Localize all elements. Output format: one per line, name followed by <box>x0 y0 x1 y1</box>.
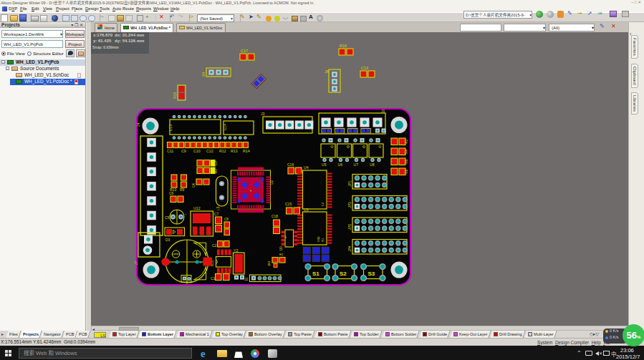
svg-text:JP3: JP3 <box>348 202 352 208</box>
svg-text:U9: U9 <box>279 246 283 250</box>
svg-text:C8: C8 <box>224 218 229 221</box>
svg-text:C5: C5 <box>165 215 170 220</box>
svg-text:Y2: Y2 <box>234 248 238 253</box>
svg-text:R16: R16 <box>340 44 347 48</box>
svg-text:R2: R2 <box>405 140 408 144</box>
svg-text:U3D: U3D <box>317 236 320 242</box>
svg-text:J6: J6 <box>325 69 329 74</box>
svg-text:R9: R9 <box>180 188 185 192</box>
svg-text:X4: X4 <box>201 72 206 77</box>
svg-text:y: 61.425: y: 61.425 <box>93 39 112 43</box>
svg-text:C10: C10 <box>193 149 201 153</box>
svg-text:dy: 54.136 mm: dy: 54.136 mm <box>115 39 144 43</box>
svg-text:1N1: 1N1 <box>267 261 271 266</box>
svg-text:C3: C3 <box>214 161 218 165</box>
svg-text:R8: R8 <box>405 170 408 174</box>
svg-text:x:176.670: x:176.670 <box>93 33 113 37</box>
svg-text:R3: R3 <box>214 169 218 173</box>
svg-text:C4: C4 <box>192 183 196 188</box>
svg-text:S2: S2 <box>340 271 347 277</box>
svg-text:U4: U4 <box>304 165 309 170</box>
svg-text:C18: C18 <box>271 215 278 218</box>
svg-text:dx: 31.244 mm: dx: 31.244 mm <box>115 33 144 37</box>
svg-text:C1: C1 <box>211 276 216 281</box>
svg-text:U3: U3 <box>304 208 309 212</box>
svg-text:Snap: 0.039mm: Snap: 0.039mm <box>92 45 119 49</box>
svg-text:S1: S1 <box>312 271 319 277</box>
svg-text:U13: U13 <box>169 125 173 131</box>
svg-text:R10: R10 <box>170 188 176 192</box>
svg-text:R15: R15 <box>173 92 177 99</box>
svg-text:L5: L5 <box>216 206 220 210</box>
svg-text:R13: R13 <box>231 149 238 153</box>
svg-text:C16: C16 <box>287 162 294 167</box>
svg-text:+: + <box>250 188 252 193</box>
svg-text:JP4: JP4 <box>348 245 352 252</box>
svg-text:R1: R1 <box>279 253 284 256</box>
svg-text:C11: C11 <box>167 149 173 153</box>
svg-text:J1: J1 <box>381 109 385 113</box>
svg-text:J3: J3 <box>261 112 265 116</box>
svg-text:IS1: IS1 <box>322 238 325 242</box>
svg-text:J2: J2 <box>244 277 249 281</box>
svg-text:U6: U6 <box>338 162 343 167</box>
svg-text:B: B <box>200 261 202 264</box>
svg-text:JP2: JP2 <box>348 223 352 230</box>
svg-text:U5: U5 <box>322 162 327 167</box>
svg-text:U8: U8 <box>370 162 375 167</box>
svg-text:C9: C9 <box>181 149 186 153</box>
svg-text:U12: U12 <box>193 206 201 210</box>
svg-text:U2: U2 <box>269 180 274 185</box>
svg-text:J7: J7 <box>134 261 138 266</box>
svg-text:U7: U7 <box>354 162 359 167</box>
svg-text:U14: U14 <box>224 124 227 130</box>
svg-text:R14: R14 <box>243 149 250 153</box>
svg-text:C17: C17 <box>241 49 248 53</box>
svg-text:R6: R6 <box>405 160 408 164</box>
svg-text:C15: C15 <box>285 202 292 206</box>
svg-text:R12: R12 <box>219 149 226 153</box>
svg-text:J4: J4 <box>136 123 140 127</box>
svg-text:C12: C12 <box>206 149 213 153</box>
svg-text:S3: S3 <box>368 271 375 277</box>
svg-text:JP1: JP1 <box>348 180 352 187</box>
svg-text:U4: U4 <box>321 202 325 206</box>
svg-text:R4: R4 <box>405 150 408 154</box>
svg-text:D3: D3 <box>165 238 170 242</box>
svg-text:C7: C7 <box>214 213 218 216</box>
svg-text:C6: C6 <box>169 192 173 195</box>
svg-text:C2: C2 <box>212 243 217 248</box>
svg-text:C13: C13 <box>361 66 368 70</box>
